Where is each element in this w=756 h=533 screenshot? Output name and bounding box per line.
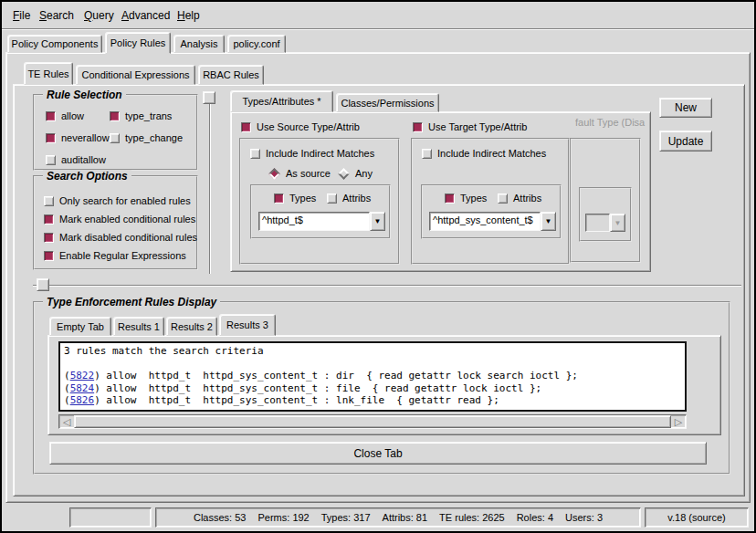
target-type-entry[interactable]: ^httpd_sys_content_t$ bbox=[429, 212, 541, 231]
option-type-change[interactable]: type_change bbox=[110, 132, 183, 143]
source-attribs-option[interactable]: Attribs bbox=[327, 193, 371, 204]
option-regex[interactable]: Enable Regular Expressions bbox=[44, 250, 186, 261]
source-any-radio-option[interactable]: Any bbox=[338, 168, 373, 179]
new-button[interactable]: New bbox=[659, 98, 712, 118]
source-indirect-checkbox[interactable] bbox=[250, 149, 260, 159]
rule-link-5824[interactable]: 5824 bbox=[70, 382, 95, 394]
tab-types-attributes[interactable]: Types/Attributes * bbox=[230, 90, 333, 112]
target-attribs-checkbox[interactable] bbox=[498, 193, 508, 204]
tab-policy-conf[interactable]: policy.conf bbox=[227, 35, 286, 53]
tab-results-3[interactable]: Results 3 bbox=[219, 314, 276, 336]
tab-te-rules[interactable]: TE Rules bbox=[24, 62, 73, 85]
menu-advanced[interactable]: Advanced bbox=[121, 9, 170, 22]
neverallow-checkbox[interactable] bbox=[46, 133, 56, 143]
regex-checkbox[interactable] bbox=[44, 251, 54, 261]
results-text-area[interactable]: 3 rules match the search criteria (5822)… bbox=[58, 341, 687, 412]
menu-bar: File Search Query Advanced Help bbox=[2, 2, 754, 29]
target-attribs-option[interactable]: Attribs bbox=[498, 193, 541, 204]
option-neverallow[interactable]: neverallow bbox=[46, 132, 110, 143]
vertical-sash-line bbox=[209, 91, 210, 274]
use-target-checkbox[interactable] bbox=[413, 122, 423, 132]
target-types-option[interactable]: Types bbox=[445, 193, 487, 204]
scrollbar-thumb[interactable] bbox=[74, 415, 671, 428]
target-type-dropdown-button[interactable]: ▼ bbox=[541, 212, 556, 231]
search-options-title: Search Options bbox=[43, 170, 131, 183]
source-type-combobox[interactable]: ^httpd_t$ ▼ bbox=[258, 212, 385, 231]
tab-rbac-rules[interactable]: RBAC Rules bbox=[198, 65, 264, 85]
chevron-down-icon: ▼ bbox=[545, 217, 552, 225]
source-type-dropdown-button[interactable]: ▼ bbox=[370, 212, 385, 231]
menu-query[interactable]: Query bbox=[84, 9, 114, 22]
tab-empty-tab[interactable]: Empty Tab bbox=[49, 317, 111, 336]
update-button[interactable]: Update bbox=[659, 131, 712, 152]
scroll-left-arrow-icon[interactable]: ◁ bbox=[59, 415, 74, 428]
auditallow-checkbox[interactable] bbox=[46, 155, 56, 165]
default-type-entry bbox=[585, 214, 610, 232]
te-rules-display-group: Type Enforcement Rules Display Empty Tab… bbox=[33, 301, 730, 475]
vertical-sash-handle[interactable] bbox=[203, 91, 215, 104]
status-stats-box: Classes: 53 Perms: 192 Types: 317 Attrib… bbox=[155, 507, 641, 528]
mark-enabled-checkbox[interactable] bbox=[44, 214, 54, 225]
source-as-source-radio-option[interactable]: As source bbox=[268, 168, 331, 179]
target-type-combobox[interactable]: ^httpd_sys_content_t$ ▼ bbox=[429, 212, 556, 231]
only-enabled-checkbox[interactable] bbox=[44, 196, 54, 206]
close-tab-button[interactable]: Close Tab bbox=[49, 442, 707, 465]
option-mark-disabled[interactable]: Mark disabled conditional rules bbox=[44, 232, 197, 243]
as-source-radio[interactable] bbox=[268, 168, 280, 180]
option-only-enabled[interactable]: Only search for enabled rules bbox=[44, 195, 191, 206]
scroll-right-arrow-icon[interactable]: ▷ bbox=[671, 415, 686, 428]
results-h-scrollbar[interactable]: ◁ ▷ bbox=[58, 414, 687, 429]
target-indirect-option[interactable]: Include Indirect Matches bbox=[422, 148, 546, 159]
allow-checkbox[interactable] bbox=[46, 111, 56, 121]
source-types-checkbox[interactable] bbox=[274, 193, 284, 204]
type-trans-checkbox[interactable] bbox=[110, 111, 120, 121]
default-type-inner-group: ▼ bbox=[579, 187, 632, 242]
use-source-option[interactable]: Use Source Type/Attrib bbox=[241, 121, 360, 132]
rule-link-5822[interactable]: 5822 bbox=[70, 370, 95, 381]
default-type-group: ▼ bbox=[570, 138, 641, 263]
menu-file[interactable]: File bbox=[13, 9, 30, 22]
source-type-entry[interactable]: ^httpd_t$ bbox=[258, 212, 370, 231]
horizontal-sash-handle[interactable] bbox=[37, 278, 49, 291]
source-attribs-checkbox[interactable] bbox=[327, 193, 337, 204]
stat-users: Users: 3 bbox=[565, 512, 603, 523]
source-types-group: Types Attribs ^httpd_t$ ▼ bbox=[250, 184, 391, 239]
stat-roles: Roles: 4 bbox=[517, 512, 553, 523]
stat-types: Types: 317 bbox=[321, 512, 371, 523]
horizontal-sash-line bbox=[33, 285, 741, 286]
tab-analysis[interactable]: Analysis bbox=[173, 35, 225, 53]
rule-selection-group: Rule Selection allow type_trans neverall… bbox=[33, 94, 198, 171]
target-indirect-checkbox[interactable] bbox=[422, 149, 432, 159]
menu-help[interactable]: Help bbox=[177, 9, 200, 22]
mark-disabled-checkbox[interactable] bbox=[44, 233, 54, 243]
tab-conditional-expressions[interactable]: Conditional Expressions bbox=[76, 65, 195, 85]
any-radio[interactable] bbox=[338, 168, 350, 180]
rule-line-2: (5824) allow httpd_t httpd_sys_content_t… bbox=[64, 382, 681, 395]
type-change-checkbox[interactable] bbox=[110, 133, 120, 143]
tab-results-2[interactable]: Results 2 bbox=[166, 317, 217, 336]
source-indirect-option[interactable]: Include Indirect Matches bbox=[250, 148, 374, 159]
tab-policy-rules[interactable]: Policy Rules bbox=[105, 32, 171, 54]
menu-search[interactable]: Search bbox=[39, 9, 74, 22]
stat-perms: Perms: 192 bbox=[257, 512, 309, 523]
default-type-combobox: ▼ bbox=[585, 214, 625, 232]
use-target-option[interactable]: Use Target Type/Attrib bbox=[413, 121, 527, 132]
status-message-box bbox=[69, 507, 152, 528]
policy-version: v.18 (source) bbox=[667, 512, 725, 523]
target-types-checkbox[interactable] bbox=[445, 193, 455, 204]
rule-link-5826[interactable]: 5826 bbox=[70, 394, 95, 406]
option-type-trans[interactable]: type_trans bbox=[110, 110, 172, 121]
option-auditallow[interactable]: auditallow bbox=[46, 154, 106, 165]
tab-results-1[interactable]: Results 1 bbox=[113, 317, 164, 336]
use-source-checkbox[interactable] bbox=[241, 122, 251, 132]
source-types-option[interactable]: Types bbox=[274, 193, 316, 204]
results-blank-line bbox=[64, 358, 681, 371]
tab-classes-permissions[interactable]: Classes/Permissions bbox=[336, 93, 439, 112]
target-group: Include Indirect Matches Types Attribs ^… bbox=[411, 138, 570, 265]
search-options-group: Search Options Only search for enabled r… bbox=[33, 175, 198, 270]
option-mark-enabled[interactable]: Mark enabled conditional rules bbox=[44, 214, 195, 225]
status-version-box: v.18 (source) bbox=[645, 507, 749, 528]
rule-selection-title: Rule Selection bbox=[43, 89, 126, 101]
option-allow[interactable]: allow bbox=[46, 110, 84, 121]
tab-policy-components[interactable]: Policy Components bbox=[7, 35, 102, 53]
